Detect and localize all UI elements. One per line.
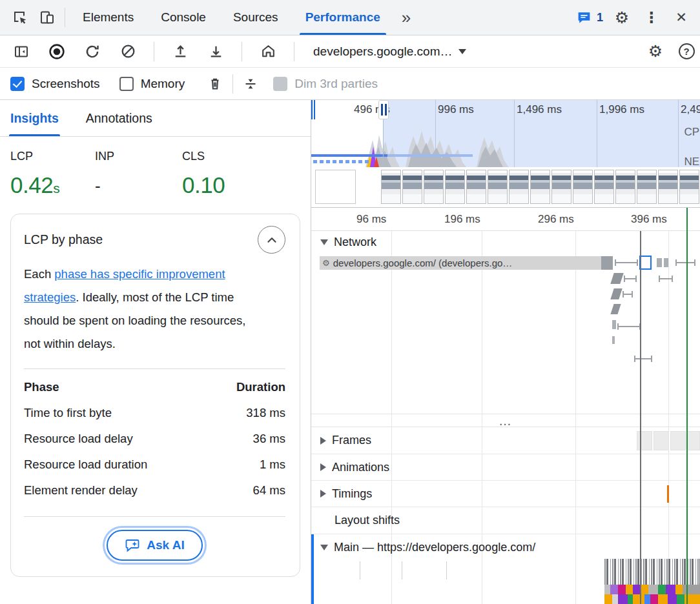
network-request-bar[interactable] [657, 258, 662, 267]
device-toolbar-icon[interactable] [34, 4, 61, 31]
overview-time-label: 996 ms [438, 103, 474, 116]
network-request-bar[interactable] [675, 259, 695, 266]
network-request-bar[interactable] [615, 259, 638, 266]
collect-garbage-icon[interactable] [201, 70, 229, 97]
collapse-card-button[interactable] [258, 226, 285, 254]
filmstrip-screenshot[interactable] [466, 170, 486, 204]
overview-network-chunk [345, 160, 349, 163]
tab-console[interactable]: Console [147, 0, 220, 35]
filmstrip-screenshot[interactable] [551, 170, 571, 204]
tab-performance[interactable]: Performance [292, 0, 394, 35]
collapse-tracks-icon[interactable] [237, 70, 264, 97]
network-request-bar[interactable] [610, 304, 621, 314]
metric-value: 0.10 [182, 172, 225, 198]
network-request-bar[interactable] [623, 291, 633, 297]
filmstrip-screenshot[interactable] [573, 170, 593, 204]
flame-chart-row[interactable] [604, 594, 700, 604]
history-dropdown[interactable]: developers.google.com… [307, 45, 473, 59]
tab-label: Elements [83, 10, 134, 25]
divider [294, 42, 294, 61]
net-lane-label: NE [684, 156, 699, 168]
filmstrip-screenshot[interactable] [424, 170, 444, 204]
devtools-window: Elements Console Sources Performance » 1… [0, 0, 700, 604]
timings-track[interactable]: Timings [311, 481, 700, 507]
selection-right-edge [383, 119, 384, 167]
column-phase: Phase [24, 380, 59, 394]
network-request-bar[interactable] [659, 276, 673, 282]
close-devtools-icon[interactable]: ✕ [668, 4, 695, 31]
network-track-header[interactable]: Network [311, 231, 700, 253]
card-header: LCP by phase [24, 226, 285, 254]
filmstrip-screenshot[interactable] [594, 170, 614, 204]
overflow-menu-icon[interactable]: ⋮ [638, 4, 665, 31]
selection-left-handle[interactable] [311, 100, 316, 119]
network-request-bar[interactable] [624, 276, 637, 282]
network-request-bar[interactable] [664, 258, 668, 267]
network-request-bar[interactable] [610, 288, 623, 299]
more-tabs-icon[interactable]: » [394, 8, 418, 28]
ask-ai-container: Ask AI [24, 530, 285, 561]
metric-inp[interactable]: INP - [95, 150, 182, 198]
overview-network-chunk [365, 160, 369, 163]
selection-right-handle[interactable] [378, 100, 389, 119]
filmstrip-screenshot[interactable] [315, 170, 356, 204]
sidebar-tabs: Insights Annotations [0, 100, 311, 137]
inspect-element-icon[interactable] [6, 4, 34, 31]
metric-cls[interactable]: CLS 0.10 [182, 150, 225, 198]
filmstrip-screenshot[interactable] [658, 170, 678, 204]
overview-network-chunk [339, 160, 343, 163]
download-profile-icon[interactable] [202, 38, 229, 65]
filmstrip-screenshot[interactable] [488, 170, 508, 204]
screenshots-checkbox[interactable] [10, 77, 25, 91]
request-label: developers.google.com/ (developers.go… [333, 257, 513, 268]
network-request-main-document[interactable]: ⚙ developers.google.com/ (developers.go… [320, 256, 613, 270]
overflow-dots: … [499, 418, 513, 424]
network-request-bar[interactable] [617, 323, 641, 330]
flame-chart-row[interactable] [604, 585, 700, 594]
network-request-bar[interactable] [610, 273, 624, 284]
filmstrip-screenshot[interactable] [615, 170, 635, 204]
tab-sources[interactable]: Sources [220, 0, 292, 35]
tab-label: Console [161, 10, 206, 25]
playhead-marker[interactable] [640, 231, 641, 604]
filmstrip-screenshot[interactable] [402, 170, 422, 204]
record-icon[interactable] [43, 38, 70, 65]
ask-ai-button[interactable]: Ask AI [107, 530, 202, 561]
metric-lcp[interactable]: LCP 0.42s [10, 150, 95, 198]
record-and-reload-icon[interactable] [79, 38, 106, 65]
filmstrip-screenshot[interactable] [445, 170, 465, 204]
network-request-bar[interactable] [634, 356, 652, 362]
timeline-overview[interactable]: 496 ms 996 ms 1,496 ms 1,996 ms 2,49 CP … [311, 100, 700, 208]
upload-profile-icon[interactable] [167, 38, 194, 65]
tabbar-right-controls: 1 ⚙ ⋮ ✕ [571, 4, 700, 31]
filmstrip-screenshot[interactable] [679, 170, 699, 204]
network-request-bar[interactable] [612, 336, 615, 344]
capture-settings-gear-icon[interactable]: ⚙ [642, 38, 669, 65]
home-icon[interactable] [254, 38, 282, 65]
overview-network-chunk [358, 160, 362, 163]
filmstrip-screenshot[interactable] [381, 170, 401, 204]
tab-elements[interactable]: Elements [69, 0, 147, 35]
ruler-time-label: 296 ms [538, 213, 574, 226]
help-icon[interactable]: ? [673, 38, 700, 65]
filmstrip-screenshot[interactable] [637, 170, 657, 204]
toggle-sidebar-icon[interactable] [8, 38, 35, 65]
tab-annotations[interactable]: Annotations [86, 100, 152, 136]
clear-icon[interactable] [114, 38, 141, 65]
ruler-time-label: 196 ms [444, 213, 480, 226]
table-row: Resource load delay 36 ms [24, 426, 285, 452]
network-overflow-handle[interactable]: … [311, 414, 700, 427]
filmstrip-screenshot[interactable] [530, 170, 550, 204]
layout-shifts-track[interactable]: Layout shifts [311, 507, 700, 534]
settings-gear-icon[interactable]: ⚙ [608, 4, 635, 31]
tab-insights[interactable]: Insights [10, 100, 59, 136]
main-thread-track[interactable]: Main — https://developers.google.com/ [311, 534, 700, 560]
memory-checkbox[interactable] [119, 77, 134, 91]
animations-track[interactable]: Animations [311, 454, 700, 481]
table-row: Time to first byte 318 ms [24, 400, 285, 426]
console-messages-icon[interactable] [571, 4, 598, 31]
main-thread-tasks[interactable] [604, 559, 700, 585]
filmstrip-screenshot[interactable] [509, 170, 529, 204]
selected-network-request[interactable] [639, 256, 652, 270]
network-request-bar[interactable] [612, 320, 616, 329]
